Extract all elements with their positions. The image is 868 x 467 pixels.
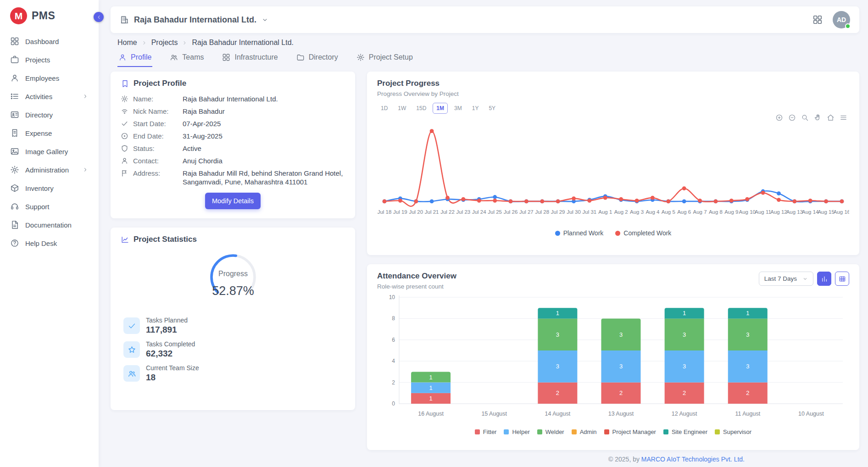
project-progress-chart[interactable]: Jul 18Jul 19Jul 20Jul 21Jul 22Jul 23Jul … (377, 117, 849, 227)
tab-teams[interactable]: Teams (169, 50, 205, 67)
legend-supervisor[interactable]: Supervisor (715, 428, 751, 435)
legend-project-manager[interactable]: Project Manager (604, 428, 656, 435)
footer-link[interactable]: MARCO AIoT Technologies Pvt. Ltd. (641, 456, 745, 463)
legend-admin[interactable]: Admin (572, 428, 597, 435)
range-1y-button[interactable]: 1Y (468, 103, 483, 114)
date-range-select[interactable]: Last 7 Days (759, 272, 813, 286)
card-title-text: Project Profile (134, 79, 186, 88)
legend-label: Completed Work (623, 229, 671, 237)
tab-directory[interactable]: Directory (295, 50, 339, 67)
svg-text:Aug 7: Aug 7 (693, 209, 707, 215)
svg-text:Aug 16: Aug 16 (834, 209, 849, 215)
sidebar-collapse-button[interactable] (94, 12, 104, 22)
breadcrumb-item-projects[interactable]: Projects (151, 39, 178, 47)
legend-completed-work[interactable]: Completed Work (615, 229, 671, 237)
online-status-dot (845, 23, 851, 29)
sidebar-item-image-gallery[interactable]: Image Gallery (6, 143, 93, 160)
svg-text:Jul 27: Jul 27 (519, 209, 534, 215)
sidebar-item-directory[interactable]: Directory (6, 106, 93, 123)
stat-label: Tasks Planned (146, 317, 188, 324)
legend-label: Fitter (483, 428, 497, 435)
card-title-text: Attendance Overview (377, 272, 456, 281)
sidebar-item-label: Employees (25, 74, 59, 82)
zoom-selection-button[interactable] (801, 114, 809, 122)
zoom-in-button[interactable] (775, 114, 783, 122)
user-avatar[interactable]: AD (833, 11, 850, 28)
pan-button[interactable] (814, 114, 822, 122)
grid-icon (222, 53, 230, 61)
documentation-icon (10, 220, 19, 229)
stat-tasks-planned: Tasks Planned117,891 (123, 317, 342, 335)
svg-text:2: 2 (619, 389, 623, 396)
sidebar-item-employees[interactable]: Employees (6, 69, 93, 87)
apps-grid-button[interactable] (812, 15, 823, 25)
legend-fitter[interactable]: Fitter (475, 428, 497, 435)
range-5y-button[interactable]: 5Y (485, 103, 499, 114)
pan-icon (814, 114, 822, 122)
field-label: Start Date: (133, 119, 178, 128)
table-view-button[interactable] (835, 272, 849, 286)
breadcrumb-item-home[interactable]: Home (117, 39, 137, 47)
field-label: Nick Name: (133, 107, 178, 116)
tab-infrastructure[interactable]: Infrastructure (221, 50, 278, 67)
zoom-in-icon (775, 114, 783, 122)
gear-icon (121, 95, 128, 103)
stat-value: 62,332 (146, 349, 195, 359)
folder-icon (296, 53, 305, 61)
range-1m-button[interactable]: 1M (433, 103, 448, 114)
sidebar-item-expense[interactable]: Expense (6, 124, 93, 142)
legend-site-engineer[interactable]: Site Engineer (663, 428, 707, 435)
range-1d-button[interactable]: 1D (377, 103, 391, 114)
app-root: M PMS DashboardProjectsEmployeesActiviti… (0, 0, 868, 467)
sidebar-item-activities[interactable]: Activities (6, 88, 93, 105)
home-button[interactable] (827, 114, 835, 122)
svg-text:Jul 19: Jul 19 (393, 209, 407, 215)
sidebar-item-label: Help Desk (25, 239, 57, 247)
svg-text:Aug 3: Aug 3 (630, 209, 644, 215)
tab-project-setup[interactable]: Project Setup (356, 50, 414, 67)
sidebar-item-projects[interactable]: Projects (6, 51, 93, 68)
person-icon (118, 53, 127, 61)
tab-label: Project Setup (369, 53, 413, 61)
sidebar-item-help-desk[interactable]: Help Desk (6, 234, 93, 252)
left-column: Project Profile Name:Raja Bahadur Intern… (111, 72, 355, 410)
tab-profile[interactable]: Profile (117, 50, 152, 67)
range-1w-button[interactable]: 1W (394, 103, 410, 114)
svg-text:1: 1 (429, 374, 432, 381)
activities-icon (10, 92, 19, 101)
svg-text:1: 1 (429, 384, 432, 391)
legend-welder[interactable]: Welder (537, 428, 564, 435)
project-profile-title: Project Profile (121, 79, 345, 88)
sidebar-item-label: Expense (25, 129, 52, 137)
svg-text:8: 8 (392, 315, 395, 322)
field-value: Raja Bahadur International Ltd. (183, 95, 278, 103)
attendance-chart[interactable]: 024681011116 August15 August233114 Augus… (377, 292, 849, 426)
chevron-down-icon (802, 276, 808, 282)
svg-text:2: 2 (683, 389, 686, 396)
svg-text:3: 3 (619, 363, 623, 370)
svg-text:Jul 30: Jul 30 (567, 209, 581, 215)
modify-details-button[interactable]: Modify Details (205, 193, 261, 209)
sidebar-item-support[interactable]: Support (6, 198, 93, 215)
range-3m-button[interactable]: 3M (451, 103, 466, 114)
range-15d-button[interactable]: 15D (412, 103, 430, 114)
sidebar-item-inventory[interactable]: Inventory (6, 179, 93, 197)
legend-helper[interactable]: Helper (504, 428, 529, 435)
sidebar-item-dashboard[interactable]: Dashboard (6, 33, 93, 50)
field-label: Address: (133, 169, 178, 178)
zoom-out-button[interactable] (788, 114, 796, 122)
company-selector[interactable]: Raja Bahadur International Ltd. (120, 15, 268, 25)
svg-text:3: 3 (619, 331, 623, 338)
legend-planned-work[interactable]: Planned Work (555, 229, 604, 237)
sidebar-item-documentation[interactable]: Documentation (6, 216, 93, 234)
flag-icon (121, 169, 128, 177)
right-column: Project Progress Progress Overview by Pr… (367, 72, 859, 450)
app-logo[interactable]: M PMS (0, 0, 99, 29)
menu-button[interactable] (840, 114, 847, 122)
svg-text:6: 6 (392, 337, 395, 343)
projects-icon (10, 55, 19, 64)
bar-view-button[interactable] (817, 272, 831, 286)
svg-text:Jul 26: Jul 26 (504, 209, 518, 215)
zoom-selection-icon (801, 114, 809, 122)
sidebar-item-administration[interactable]: Administration (6, 161, 93, 178)
